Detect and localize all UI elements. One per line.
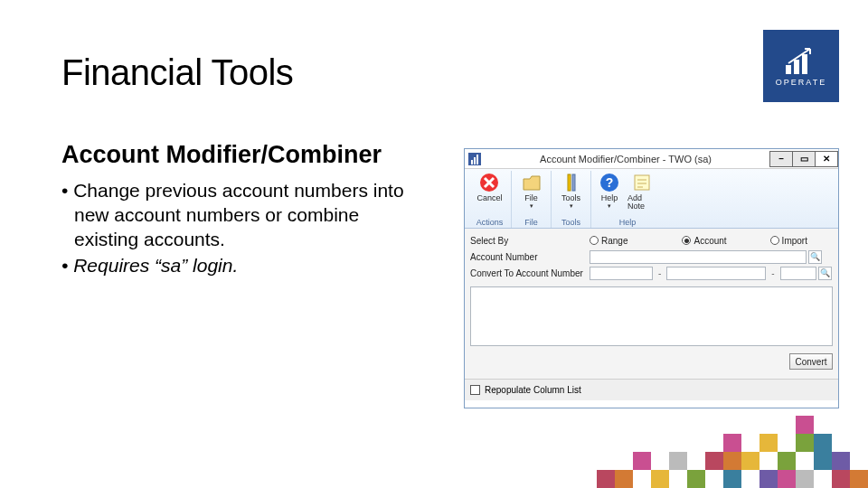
brand-tile: OPERATE <box>763 30 839 102</box>
svg-rect-5 <box>572 174 575 191</box>
bar-arrow-icon <box>783 45 819 76</box>
bullet-1: • Change previous account numbers into n… <box>61 179 405 252</box>
radio-import-label: Import <box>782 236 807 246</box>
svg-rect-2 <box>802 54 807 74</box>
tools-label: Tools <box>561 194 580 202</box>
account-number-label: Account Number <box>470 252 590 262</box>
tools-button[interactable]: Tools ▾ <box>559 171 584 210</box>
bullet-2: • Requires “sa” login. <box>61 254 405 278</box>
dash: - <box>771 268 774 278</box>
add-note-label: Add Note <box>627 194 656 210</box>
slide-title: Financial Tools <box>61 52 293 93</box>
minimize-button[interactable]: – <box>769 151 793 167</box>
radio-range-label: Range <box>601 236 627 246</box>
help-button[interactable]: ? Help ▾ <box>597 171 622 211</box>
caret-icon: ▾ <box>530 202 533 209</box>
note-icon <box>631 172 653 193</box>
close-button[interactable]: ✕ <box>815 151 838 167</box>
radio-icon <box>682 236 691 245</box>
svg-rect-4 <box>568 174 571 191</box>
app-icon <box>468 153 481 165</box>
slide-subtitle: Account Modifier/Combiner <box>61 141 382 169</box>
help-label: Help <box>601 194 618 202</box>
radio-account[interactable]: Account <box>682 236 726 246</box>
ribbon-group-help: ? Help ▾ Add Note Help <box>591 171 664 228</box>
caret-icon: ▾ <box>570 202 573 209</box>
select-by-label: Select By <box>470 236 590 246</box>
svg-rect-1 <box>794 60 799 74</box>
cancel-button[interactable]: Cancel <box>475 171 504 203</box>
radio-import[interactable]: Import <box>770 236 807 246</box>
caret-icon: ▾ <box>608 202 611 209</box>
group-label-file: File <box>512 218 551 227</box>
convert-button[interactable]: Convert <box>789 353 833 370</box>
slide-body: • Change previous account numbers into n… <box>61 179 405 280</box>
cancel-label: Cancel <box>476 194 502 202</box>
lookup-button[interactable]: 🔍 <box>818 267 832 280</box>
convert-seg2-input[interactable] <box>666 267 766 280</box>
convert-to-label: Convert To Account Number <box>470 268 590 278</box>
convert-seg3-input[interactable] <box>780 267 816 280</box>
ribbon-group-actions: Cancel Actions <box>468 171 512 228</box>
lookup-button[interactable]: 🔍 <box>808 250 822 264</box>
group-label-actions: Actions <box>468 218 511 227</box>
repopulate-checkbox[interactable] <box>470 385 480 395</box>
svg-rect-0 <box>786 65 791 74</box>
window-buttons: – ▭ ✕ <box>770 151 838 167</box>
cancel-icon <box>478 172 500 193</box>
select-by-row: Select By Range Account Import <box>470 232 833 249</box>
convert-to-row: Convert To Account Number - - 🔍 <box>470 265 833 281</box>
tools-icon <box>561 172 582 193</box>
radio-icon <box>590 236 599 245</box>
dash: - <box>658 268 661 278</box>
titlebar: Account Modifier/Combiner - TWO (sa) – ▭… <box>465 149 838 169</box>
group-label-help: Help <box>591 218 664 227</box>
file-button[interactable]: File ▾ <box>519 171 544 210</box>
radio-account-label: Account <box>693 236 726 246</box>
account-number-row: Account Number 🔍 <box>470 249 833 265</box>
window-title: Account Modifier/Combiner - TWO (sa) <box>481 154 770 164</box>
ribbon-group-file: File ▾ File <box>512 171 552 228</box>
ribbon: Cancel Actions File ▾ File Tools ▾ <box>465 169 838 229</box>
form-area: Select By Range Account Import Account N… <box>465 229 838 379</box>
group-label-tools: Tools <box>552 218 590 227</box>
ribbon-group-tools: Tools ▾ Tools <box>552 171 591 228</box>
brand-label: OPERATE <box>776 78 826 87</box>
maximize-button[interactable]: ▭ <box>792 151 816 167</box>
svg-rect-8 <box>635 175 649 190</box>
radio-range[interactable]: Range <box>590 236 627 246</box>
footer-row: Repopulate Column List <box>465 379 838 400</box>
results-list[interactable] <box>470 286 833 346</box>
file-label: File <box>524 194 538 202</box>
radio-icon <box>770 236 779 245</box>
mosaic-decoration <box>579 416 868 488</box>
add-note-button[interactable]: Add Note <box>626 171 658 211</box>
app-window: Account Modifier/Combiner - TWO (sa) – ▭… <box>464 148 839 408</box>
folder-icon <box>521 172 542 193</box>
svg-text:?: ? <box>606 175 614 190</box>
repopulate-label: Repopulate Column List <box>485 385 581 395</box>
convert-seg1-input[interactable] <box>590 267 653 280</box>
help-icon: ? <box>599 172 620 193</box>
account-number-input[interactable] <box>590 250 807 264</box>
